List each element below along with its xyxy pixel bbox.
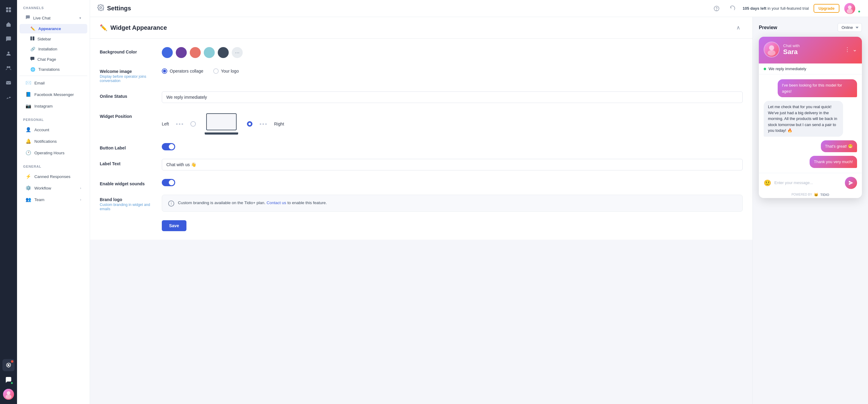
general-section-label: GENERAL [17,159,90,171]
button-label-control [162,143,743,150]
workflow-icon: ⚙️ [26,185,31,191]
sidebar-item-appearance[interactable]: ✏️ Appearance [20,24,87,33]
online-status-dot [10,381,13,384]
nav-avatar[interactable] [2,388,14,400]
chat-input-placeholder: Enter your message... [774,180,842,185]
color-swatch-blue[interactable] [162,47,173,58]
svg-point-14 [100,7,101,8]
nav-home[interactable] [2,18,14,30]
svg-point-10 [5,395,11,399]
page-title: Settings [97,4,131,12]
background-color-control: ··· [162,47,743,58]
welcome-image-row: Welcome image Display before operator jo… [100,67,743,83]
color-swatch-dark[interactable] [218,47,229,58]
user-avatar[interactable] [3,389,14,400]
nav-dashboard[interactable] [2,4,14,16]
upgrade-button[interactable]: Upgrade [813,4,839,13]
laptop-base [205,132,238,135]
sidebar-item-team[interactable]: 👥 Team › [20,194,87,205]
nav-analytics[interactable] [2,91,14,103]
brand-contact-link[interactable]: Contact us [267,200,286,205]
svg-rect-3 [9,10,11,12]
chat-widget-preview: Chat with Sara ⋮ ⌄ We reply immediately [759,37,862,198]
position-control: Left [162,111,743,135]
color-swatches: ··· [162,47,743,58]
radio-logo-circle[interactable] [213,68,219,74]
chat-send-button[interactable] [845,177,857,189]
topbar-avatar[interactable] [844,3,855,14]
sidebar-item-sidebar[interactable]: Sidebar [20,34,87,44]
sidebar-item-workflow[interactable]: ⚙️ Workflow › [20,182,87,194]
color-swatch-purple[interactable] [176,47,187,58]
nav-settings[interactable] [2,359,14,371]
pos-dot-3 [182,123,183,125]
nav-chat[interactable] [2,33,14,45]
button-label-toggle[interactable] [162,143,175,150]
sidebar-item-installation[interactable]: 🔗 Installation [20,44,87,54]
workflow-chevron: › [80,186,81,190]
help-icon-btn[interactable] [711,3,722,14]
nav-email[interactable] [2,76,14,89]
save-button[interactable]: Save [162,220,186,231]
chat-widget-header: Chat with Sara ⋮ ⌄ [759,37,862,64]
sidebar-item-account[interactable]: 👤 Account [20,124,87,135]
powered-by-text: POWERED BY [792,193,812,196]
sidebar-installation-label: Installation [38,47,57,51]
chat-status-dot [764,68,766,70]
sidebar-item-canned[interactable]: ⚡ Canned Responses [20,171,87,182]
color-swatch-salmon[interactable] [190,47,201,58]
topbar-online-dot [858,10,861,13]
chat-status-message: We reply immediately [769,67,806,71]
message-1-text: I've been looking for this model for age… [782,83,842,94]
sidebar-item-email[interactable]: ✉️ Email [20,77,87,89]
sidebar-item-translations[interactable]: 🌐 Translations [20,65,87,74]
enable-sounds-toggle[interactable] [162,179,175,186]
preview-status-select[interactable]: Online Away Offline [838,23,862,32]
sidebar-item-livechat[interactable]: Live Chat ▾ [20,12,87,23]
refresh-icon-btn[interactable] [727,3,738,14]
sidebar-item-chatpage[interactable]: Chat Page [20,55,87,64]
svg-rect-11 [30,36,32,40]
sidebar-instagram-label: Instagram [34,104,53,108]
topbar: Settings 105 days left in your full-feat… [90,0,868,17]
online-status-control [162,92,743,103]
radio-your-logo[interactable]: Your logo [213,68,239,74]
chat-header-name: Sara [783,48,841,56]
color-swatch-lightblue[interactable] [204,47,215,58]
trial-info: 105 days left in your full-featured tria… [743,6,809,11]
emoji-button[interactable]: 🙂 [764,179,771,187]
sidebar-item-facebook[interactable]: 📘 Facebook Messenger [20,89,87,100]
radio-operators-circle[interactable] [162,68,167,74]
pos-dot-2 [179,123,180,125]
chat-minimize-icon[interactable]: ⌄ [852,46,857,53]
sidebar-item-operating-hours[interactable]: 🕐 Operating Hours [20,147,87,158]
position-right-radio[interactable] [247,121,252,127]
welcome-image-label: Welcome image [100,69,155,74]
nav-contacts[interactable] [2,47,14,60]
welcome-image-radio-group: Operators collage Your logo [162,67,743,74]
online-status-input[interactable] [162,92,743,103]
nav-livechat-bubble[interactable] [2,374,14,386]
settings-panel: ✏️ Widget Appearance ∧ Background Color [90,17,752,404]
radio-operators-collage[interactable]: Operators collage [162,68,204,74]
message-3: That's great! 😁 [821,140,857,153]
widget-position-label: Widget Position [100,111,155,119]
team-icon: 👥 [26,197,31,202]
chat-more-icon[interactable]: ⋮ [845,46,850,53]
sidebar-item-instagram[interactable]: 📷 Instagram [20,101,87,111]
label-text-label: Label Text [100,159,155,166]
svg-point-5 [7,66,8,68]
collapse-button[interactable]: ∧ [734,23,743,32]
label-text-control [162,159,743,170]
enable-sounds-label: Enable widget sounds [100,179,155,186]
nav-contacts-group[interactable] [2,62,14,74]
label-text-input[interactable] [162,159,743,170]
radio-logo-label: Your logo [221,69,239,73]
translations-icon: 🌐 [30,67,35,72]
laptop-screen [206,113,237,130]
color-more-button[interactable]: ··· [232,47,243,58]
sidebar-item-notifications[interactable]: 🔔 Notifications [20,136,87,147]
button-label-label: Button Label [100,143,155,150]
trial-suffix: in your full-featured trial [767,6,809,11]
position-left-radio[interactable] [190,121,196,127]
